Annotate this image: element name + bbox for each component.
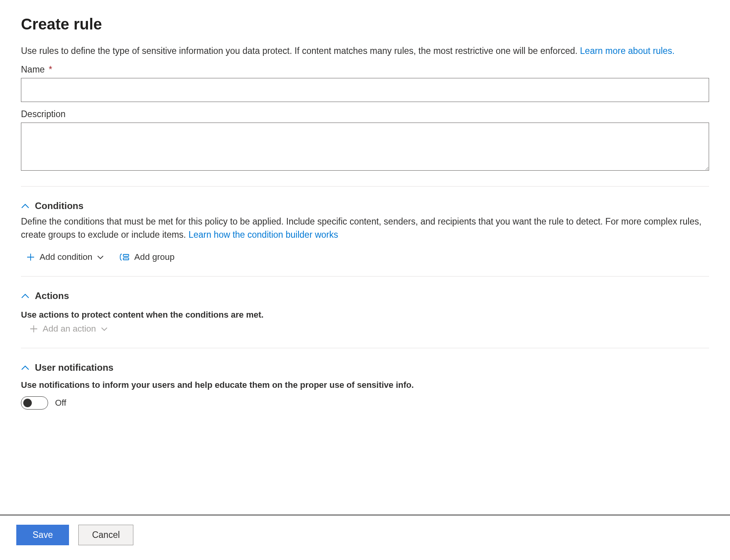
- chevron-up-icon: [21, 293, 29, 299]
- toggle-knob: [23, 399, 32, 407]
- notifications-toggle-label: Off: [55, 398, 66, 408]
- add-group-label: Add group: [134, 252, 174, 262]
- actions-description: Use actions to protect content when the …: [21, 310, 709, 320]
- add-condition-button[interactable]: Add condition: [26, 252, 104, 262]
- plus-icon: [29, 325, 38, 333]
- conditions-section-header[interactable]: Conditions: [21, 200, 709, 211]
- actions-title: Actions: [35, 290, 69, 301]
- conditions-desc-text: Define the conditions that must be met f…: [21, 216, 701, 239]
- cutoff-text: [21, 424, 709, 435]
- svg-rect-0: [123, 254, 129, 256]
- add-action-button[interactable]: Add an action: [29, 324, 108, 334]
- required-indicator: *: [49, 64, 52, 74]
- group-icon: [119, 253, 129, 261]
- add-condition-label: Add condition: [40, 252, 92, 262]
- conditions-title: Conditions: [35, 200, 83, 211]
- divider: [21, 348, 709, 348]
- intro-text: Use rules to define the type of sensitiv…: [21, 45, 709, 57]
- notifications-description: Use notifications to inform your users a…: [21, 380, 709, 390]
- notifications-section-header[interactable]: User notifications: [21, 362, 709, 373]
- condition-builder-link[interactable]: Learn how the condition builder works: [188, 230, 338, 240]
- add-action-label: Add an action: [43, 324, 96, 334]
- description-textarea[interactable]: [21, 123, 709, 171]
- description-field-label: Description: [21, 109, 709, 119]
- divider: [21, 186, 709, 187]
- svg-rect-1: [123, 258, 129, 260]
- name-input[interactable]: [21, 78, 709, 102]
- cancel-button[interactable]: Cancel: [78, 525, 133, 545]
- plus-icon: [26, 253, 35, 261]
- chevron-up-icon: [21, 203, 29, 209]
- intro-text-body: Use rules to define the type of sensitiv…: [21, 46, 580, 56]
- learn-more-rules-link[interactable]: Learn more about rules.: [580, 46, 675, 56]
- notifications-title: User notifications: [35, 362, 114, 373]
- page-title: Create rule: [21, 16, 709, 33]
- chevron-down-icon: [97, 255, 104, 259]
- conditions-description: Define the conditions that must be met f…: [21, 215, 709, 241]
- divider: [21, 276, 709, 277]
- chevron-up-icon: [21, 365, 29, 370]
- actions-section-header[interactable]: Actions: [21, 290, 709, 301]
- name-field-label: Name *: [21, 64, 709, 75]
- save-button[interactable]: Save: [16, 525, 69, 545]
- notifications-toggle[interactable]: [21, 396, 48, 410]
- chevron-down-icon: [101, 327, 108, 331]
- name-label-text: Name: [21, 64, 45, 74]
- footer: Save Cancel: [0, 515, 730, 560]
- add-group-button[interactable]: Add group: [119, 252, 174, 262]
